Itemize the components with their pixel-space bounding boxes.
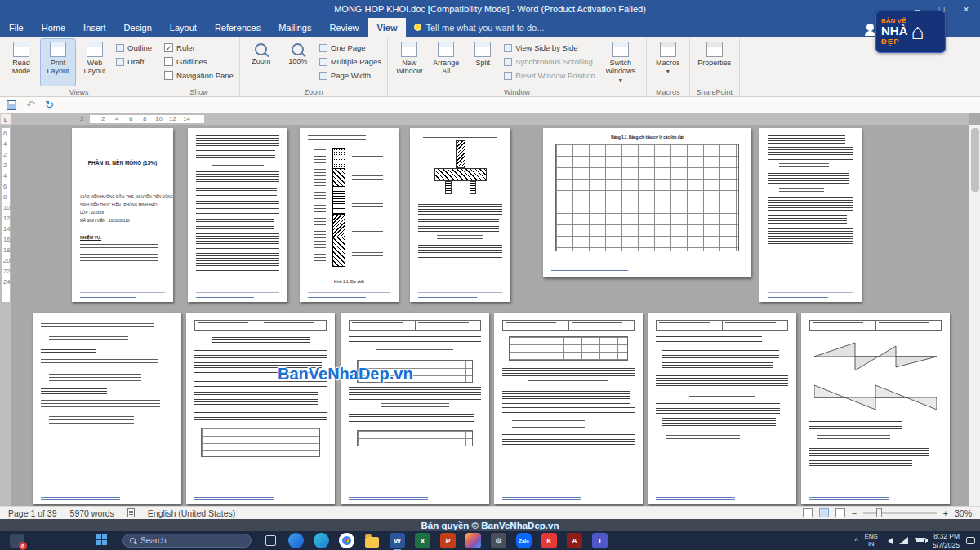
- tab-home[interactable]: Home: [33, 18, 74, 37]
- gridlines-checkbox-row[interactable]: Gridlines: [163, 55, 235, 68]
- tab-view[interactable]: View: [368, 18, 407, 37]
- document-page-1[interactable]: PHẦN III: NỀN MÓNG (15%) GIÁO VIÊN HƯỚNG…: [72, 128, 173, 302]
- language-indicator[interactable]: English (United States): [148, 508, 235, 518]
- powerpoint-icon[interactable]: P: [440, 533, 456, 548]
- language-switcher[interactable]: ENG IN: [865, 534, 878, 548]
- zoom-level[interactable]: 30%: [955, 508, 972, 518]
- multiple-pages-button[interactable]: Multiple Pages: [318, 55, 383, 68]
- document-page-4[interactable]: [410, 128, 510, 302]
- zoom-button[interactable]: Zoom: [244, 39, 278, 86]
- tab-insert[interactable]: Insert: [74, 18, 115, 37]
- document-page-2[interactable]: [188, 128, 287, 302]
- word-icon[interactable]: W: [390, 533, 405, 548]
- document-canvas[interactable]: PHẦN III: NỀN MÓNG (15%) GIÁO VIÊN HƯỚNG…: [11, 125, 969, 506]
- title-bar: MONG HOP KHOI.doc [Compatibility Mode] -…: [0, 0, 980, 18]
- battery-icon[interactable]: [915, 538, 926, 543]
- taskbar-search[interactable]: Search: [122, 534, 252, 548]
- page-indicator[interactable]: Page 1 of 39: [8, 508, 57, 518]
- chrome-icon[interactable]: [339, 533, 354, 548]
- save-icon[interactable]: [7, 100, 16, 110]
- settings-gear-icon[interactable]: ⚙: [491, 533, 506, 548]
- split-button[interactable]: Split: [466, 39, 500, 86]
- document-page-7[interactable]: [33, 313, 181, 504]
- redo-icon[interactable]: ↻: [45, 100, 54, 110]
- web-layout-button[interactable]: Web Layout: [78, 39, 112, 86]
- zoom-slider[interactable]: [863, 512, 937, 514]
- photos-icon[interactable]: [466, 533, 481, 548]
- macros-button[interactable]: Macros ▾: [651, 39, 685, 86]
- zoom-in-button[interactable]: +: [943, 508, 948, 518]
- document-page-11[interactable]: [648, 313, 796, 504]
- gridlines-label: Gridlines: [176, 57, 207, 66]
- tab-references[interactable]: References: [206, 18, 270, 37]
- zoom-slider-thumb[interactable]: [876, 508, 882, 517]
- read-mode-button[interactable]: Read Mode: [4, 39, 38, 86]
- checkbox-checked-icon[interactable]: ✓: [164, 43, 173, 52]
- checkbox-icon[interactable]: [164, 57, 173, 66]
- arrange-all-button[interactable]: Arrange All: [429, 39, 463, 86]
- reset-window-position-button[interactable]: Reset Window Position: [502, 69, 597, 82]
- properties-button[interactable]: Properties: [694, 39, 735, 86]
- view-side-by-side-button[interactable]: View Side by Side: [502, 42, 597, 54]
- draft-button[interactable]: Draft: [114, 55, 154, 68]
- speaker-icon[interactable]: [884, 538, 893, 544]
- side-by-side-label: View Side by Side: [515, 43, 577, 52]
- vertical-ruler[interactable]: 6 4 2 2 4 6 8 10 12 14 16 18 20 22 24: [0, 125, 11, 506]
- page-content: [33, 313, 181, 504]
- zoom-out-button[interactable]: −: [852, 508, 857, 518]
- navigation-pane-checkbox-row[interactable]: Navigation Pane: [163, 69, 235, 82]
- excel-icon[interactable]: X: [415, 533, 430, 548]
- document-page-10[interactable]: [494, 313, 643, 504]
- document-page-3[interactable]: Hình 1.1. Địa chất: [300, 128, 399, 302]
- tab-review[interactable]: Review: [321, 18, 368, 37]
- synchronous-scrolling-button[interactable]: Synchronous Scrolling: [502, 55, 597, 68]
- file-explorer-icon[interactable]: [364, 533, 380, 548]
- read-mode-view-icon[interactable]: [803, 508, 813, 517]
- document-page-8[interactable]: [186, 313, 335, 504]
- k-app-icon[interactable]: K: [541, 533, 557, 548]
- wifi-icon[interactable]: [899, 537, 908, 544]
- tab-stop-selector[interactable]: L: [0, 113, 11, 125]
- clock[interactable]: 8:32 PM 5/7/2025: [933, 532, 960, 548]
- vertical-scrollbar[interactable]: [969, 125, 980, 506]
- zoom-100-button[interactable]: 100%: [281, 39, 315, 86]
- notification-app-icon[interactable]: 6: [10, 534, 24, 548]
- one-page-button[interactable]: One Page: [318, 42, 383, 54]
- teams-icon[interactable]: T: [592, 533, 608, 548]
- document-page-5[interactable]: Bảng 1.1. Bảng chỉ tiêu cơ lý các lớp đấ…: [543, 128, 751, 277]
- tab-mailings[interactable]: Mailings: [270, 18, 320, 37]
- tab-layout[interactable]: Layout: [161, 18, 206, 37]
- autocad-icon[interactable]: A: [567, 533, 582, 548]
- print-layout-view-icon[interactable]: [819, 508, 829, 517]
- switch-windows-button[interactable]: Switch Windows ▾: [599, 39, 642, 86]
- notification-center-icon[interactable]: [966, 537, 975, 544]
- tab-file[interactable]: File: [0, 18, 33, 37]
- start-button[interactable]: [96, 534, 109, 547]
- web-layout-view-icon[interactable]: [835, 508, 845, 517]
- edge-icon[interactable]: [314, 533, 329, 548]
- new-window-button[interactable]: New Window: [392, 39, 426, 86]
- checkbox-icon[interactable]: [164, 71, 173, 80]
- tab-design[interactable]: Design: [115, 18, 161, 37]
- outline-button[interactable]: Outline: [114, 42, 154, 54]
- zalo-icon[interactable]: Zalo: [516, 533, 532, 548]
- text-block: [809, 446, 929, 457]
- task-view-icon[interactable]: [263, 533, 278, 548]
- close-button[interactable]: ×: [954, 0, 978, 18]
- document-page-9[interactable]: [341, 313, 489, 504]
- horizontal-ruler[interactable]: 2 2 4 6 8 10 12 14: [11, 113, 969, 125]
- document-page-12[interactable]: [801, 313, 950, 504]
- web-layout-icon: [87, 42, 103, 57]
- formula-block: [49, 416, 134, 424]
- print-layout-button[interactable]: Print Layout: [41, 39, 75, 86]
- page-width-button[interactable]: Page Width: [318, 69, 383, 82]
- scrollbar-thumb[interactable]: [971, 128, 979, 192]
- ruler-checkbox-row[interactable]: ✓ Ruler: [163, 42, 235, 54]
- proofing-icon[interactable]: [127, 508, 135, 517]
- undo-icon[interactable]: ↶: [26, 100, 35, 110]
- word-count[interactable]: 5970 words: [70, 508, 114, 518]
- document-page-6[interactable]: [760, 128, 862, 302]
- widgets-icon[interactable]: [288, 533, 304, 548]
- tray-expand-icon[interactable]: ^: [854, 537, 858, 545]
- tell-me-box[interactable]: Tell me what you want to do...: [406, 18, 552, 37]
